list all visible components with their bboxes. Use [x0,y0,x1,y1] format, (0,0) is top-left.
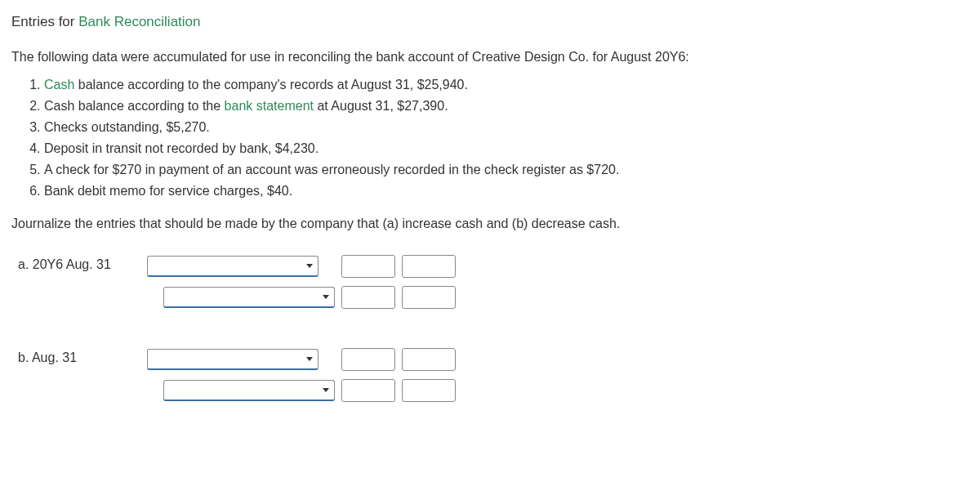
title-link-bank-reconciliation[interactable]: Bank Reconciliation [78,14,200,29]
list-item-2-pre: Cash balance according to the [44,99,225,113]
list-item-4: Deposit in transit not recorded by bank,… [44,139,969,158]
entry-a1-credit-input[interactable] [402,255,456,278]
data-list: Cash balance according to the company's … [44,75,969,201]
page-title: Entries for Bank Reconciliation [11,11,969,33]
entry-a2-account-select[interactable] [163,287,335,308]
entry-a1-debit-input[interactable] [341,255,395,278]
entry-b1-debit-input[interactable] [341,348,395,371]
entry-b1-account-select[interactable] [147,349,318,370]
list-item-1: Cash balance according to the company's … [44,75,969,95]
cash-link[interactable]: Cash [44,78,74,92]
entry-b2-debit-input[interactable] [341,379,395,402]
intro-paragraph: The following data were accumulated for … [11,47,969,67]
entry-a-row2 [18,286,456,309]
list-item-3: Checks outstanding, $5,270. [44,118,969,137]
entry-a1-account-select[interactable] [147,256,318,277]
entry-b2-credit-input[interactable] [402,379,456,402]
list-item-1-rest: balance according to the company's recor… [74,78,468,92]
list-item-2: Cash balance according to the bank state… [44,96,969,116]
title-prefix: Entries for [11,14,78,29]
spacer-row [18,317,456,340]
list-item-2-post: at August 31, $27,390. [314,99,448,113]
entry-b1-credit-input[interactable] [402,348,456,371]
entry-b2-account-select[interactable] [163,380,335,401]
bank-statement-link[interactable]: bank statement [225,99,314,113]
entry-a2-credit-input[interactable] [402,286,456,309]
list-item-6: Bank debit memo for service charges, $40… [44,181,969,201]
list-item-5: A check for $270 in payment of an accoun… [44,160,969,180]
entry-b-label: b. Aug. 31 [18,348,140,371]
entry-b-row1: b. Aug. 31 [18,348,456,371]
entry-b-row2 [18,379,456,402]
instruction-paragraph: Journalize the entries that should be ma… [11,214,969,234]
entry-a-label: a. 20Y6 Aug. 31 [18,255,140,278]
entry-a2-debit-input[interactable] [341,286,395,309]
entry-a-row1: a. 20Y6 Aug. 31 [18,255,456,278]
journal-entries-table: a. 20Y6 Aug. 31 b. Aug. 31 [11,247,462,410]
